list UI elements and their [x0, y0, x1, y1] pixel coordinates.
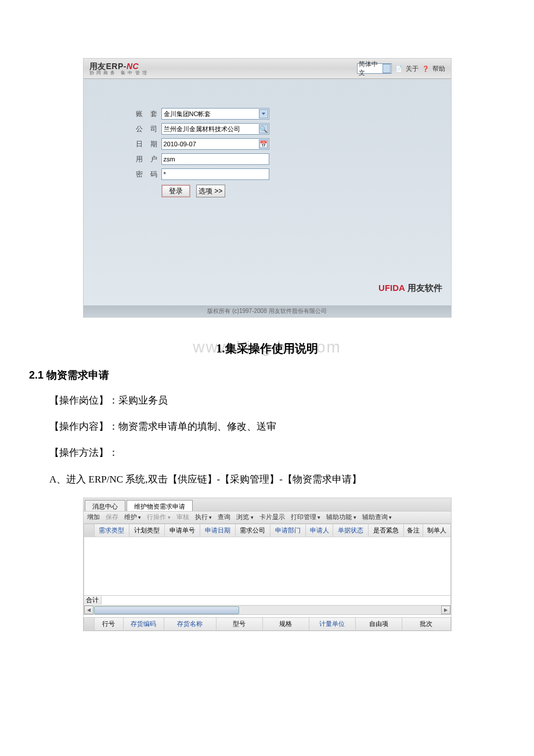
company-label: 公 司 [136, 124, 158, 134]
toolbar-maintain[interactable]: 维护 [124, 513, 142, 521]
col-inventory-name[interactable]: 存货名称 [164, 617, 216, 630]
col-row-no[interactable]: 行号 [94, 617, 123, 630]
about-link[interactable]: 关于 [406, 64, 418, 73]
col-unit[interactable]: 计量单位 [309, 617, 355, 630]
toolbar-add[interactable]: 增加 [87, 513, 100, 521]
text-step-a: A、进入 ERP/NC 系统,双击【供应链】-【采购管理】-【物资需求申请】 [49, 471, 505, 487]
help-link[interactable]: 帮助 [432, 64, 445, 73]
col-request-dept[interactable]: 申请部门 [270, 524, 306, 537]
user-input[interactable]: zsm [161, 153, 269, 165]
toolbar-audit: 审核 [176, 513, 189, 521]
toolbar-rowop: 行操作 [147, 513, 171, 521]
toolbar-exec[interactable]: 执行 [195, 513, 212, 521]
col-batch[interactable]: 批次 [402, 617, 450, 630]
grid-tabs: 消息中心 维护物资需求申请 [84, 498, 451, 511]
header-right: 简体中文 关于 帮助 [357, 63, 445, 74]
company-input[interactable]: 兰州金川金属材料技术公司🔍 [161, 123, 269, 135]
text-method: 【操作方法】： [29, 445, 505, 460]
section-1-title: 1.集采操作使用说明 [29, 341, 505, 357]
heading-2-1: 2.1 物资需求申请 [29, 368, 505, 382]
scroll-right-icon[interactable]: ▶ [441, 606, 450, 614]
date-input[interactable]: 2010-09-07📅 [161, 138, 269, 150]
col-demand-type[interactable]: 需求类型 [94, 524, 129, 537]
search-icon[interactable]: 🔍 [259, 124, 268, 134]
language-select[interactable]: 简体中文 [357, 63, 392, 74]
col-request-no[interactable]: 申请单号 [165, 524, 200, 537]
grid-total-row: 合计 [84, 595, 451, 606]
col-inventory-code[interactable]: 存货编码 [123, 617, 164, 630]
brand-ufida: UFIDA [378, 283, 405, 293]
about-icon [395, 65, 402, 72]
chevron-down-icon[interactable] [259, 109, 268, 118]
logo-subtitle: 协 同 商 务 集 中 管 理 [89, 71, 147, 75]
logo-main: 用友ERP- [89, 62, 127, 71]
col-creator[interactable]: 制单人 [423, 524, 450, 537]
calendar-icon[interactable]: 📅 [259, 139, 268, 149]
table-corner-2 [84, 617, 94, 630]
brand-cn: 用友软件 [407, 283, 442, 293]
login-header: 用友ERP-NC 协 同 商 务 集 中 管 理 简体中文 关于 帮助 [84, 59, 451, 79]
table-corner [84, 524, 94, 537]
date-label: 日 期 [136, 139, 158, 149]
user-label: 用 户 [136, 154, 158, 164]
col-model[interactable]: 型号 [216, 617, 262, 630]
password-label: 密 码 [136, 170, 158, 179]
tab-message-center[interactable]: 消息中心 [85, 500, 125, 511]
logo: 用友ERP-NC 协 同 商 务 集 中 管 理 [89, 62, 147, 75]
login-body: 账 套 金川集团NC帐套 公 司 兰州金川金属材料技术公司🔍 日 期 2010-… [84, 79, 451, 305]
col-remark[interactable]: 备注 [403, 524, 423, 537]
col-plan-type[interactable]: 计划类型 [129, 524, 165, 537]
col-spec[interactable]: 规格 [262, 617, 309, 630]
login-form: 账 套 金川集团NC帐套 公 司 兰州金川金属材料技术公司🔍 日 期 2010-… [136, 108, 269, 197]
text-content: 【操作内容】：物资需求申请单的填制、修改、送审 [29, 419, 505, 434]
toolbar-auxq[interactable]: 辅助查询 [362, 513, 392, 521]
brand-footer: UFIDA 用友软件 [378, 283, 442, 294]
help-icon [422, 65, 429, 72]
login-button[interactable]: 登录 [161, 185, 190, 197]
account-select[interactable]: 金川集团NC帐套 [161, 108, 269, 120]
toolbar-aux[interactable]: 辅助功能 [326, 513, 356, 521]
toolbar-browse[interactable]: 浏览 [236, 513, 254, 521]
total-label: 合计 [84, 596, 102, 604]
toolbar-print[interactable]: 打印管理 [291, 513, 321, 521]
col-request-date[interactable]: 申请日期 [200, 524, 235, 537]
toolbar-save: 保存 [106, 513, 118, 521]
grid-table-2: 行号 存货编码 存货名称 型号 规格 计量单位 自由项 批次 [84, 617, 451, 631]
text-role: 【操作岗位】：采购业务员 [29, 393, 505, 408]
logo-nc: NC [127, 62, 139, 71]
scroll-thumb[interactable] [94, 606, 239, 614]
horizontal-scrollbar[interactable]: ◀ ▶ [84, 606, 451, 615]
grid-table-1: 需求类型 计划类型 申请单号 申请日期 需求公司 申请部门 申请人 单据状态 是… [84, 524, 451, 537]
copyright: 版权所有 (c)1997-2008 用友软件股份有限公司 [84, 305, 451, 317]
grid-screenshot: 消息中心 维护物资需求申请 增加 保存 维护 行操作 审核 执行 查询 浏览 卡… [83, 498, 452, 631]
col-urgent[interactable]: 是否紧急 [368, 524, 403, 537]
login-screenshot: 用友ERP-NC 协 同 商 务 集 中 管 理 简体中文 关于 帮助 账 套 … [83, 58, 452, 318]
col-requester[interactable]: 申请人 [306, 524, 333, 537]
grid-toolbar: 增加 保存 维护 行操作 审核 执行 查询 浏览 卡片显示 打印管理 辅助功能 … [84, 511, 451, 524]
tab-material-request[interactable]: 维护物资需求申请 [127, 500, 193, 511]
col-free-item[interactable]: 自由项 [355, 617, 402, 630]
options-button[interactable]: 选项 >> [196, 185, 225, 197]
toolbar-card[interactable]: 卡片显示 [259, 513, 285, 521]
password-input[interactable]: * [161, 168, 269, 180]
toolbar-query[interactable]: 查询 [218, 513, 230, 521]
col-status[interactable]: 单据状态 [333, 524, 369, 537]
scroll-left-icon[interactable]: ◀ [84, 606, 93, 614]
account-label: 账 套 [136, 109, 158, 119]
grid-empty-area [84, 537, 451, 595]
col-demand-company[interactable]: 需求公司 [235, 524, 270, 537]
